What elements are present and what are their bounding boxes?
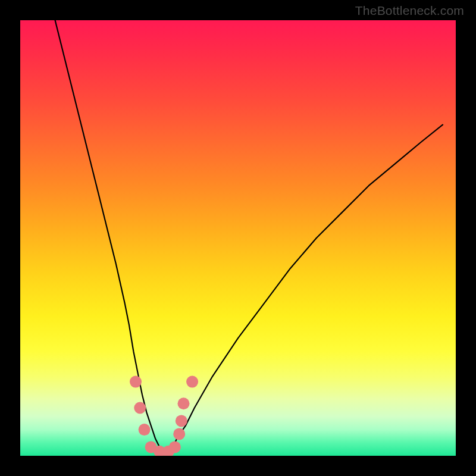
bottleneck-curve	[55, 20, 443, 452]
trough-markers-group	[130, 376, 198, 456]
trough-marker	[176, 415, 187, 427]
trough-marker	[186, 376, 198, 388]
trough-marker	[169, 441, 181, 453]
chart-frame: TheBottleneck.com	[0, 0, 476, 476]
trough-marker	[178, 397, 190, 409]
plot-area	[20, 20, 456, 456]
trough-marker	[173, 428, 185, 440]
watermark-text: TheBottleneck.com	[355, 4, 464, 18]
chart-overlay	[20, 20, 456, 456]
trough-marker	[139, 424, 151, 436]
trough-marker	[130, 376, 142, 388]
trough-marker	[134, 402, 146, 414]
